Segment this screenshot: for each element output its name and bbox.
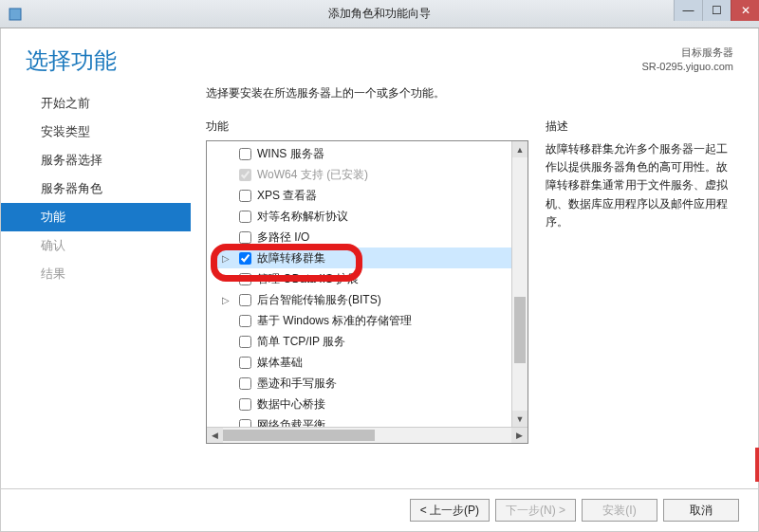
feature-checkbox: [239, 169, 251, 181]
right-edge-marker: [755, 448, 759, 482]
scroll-right-button[interactable]: ▶: [511, 428, 528, 443]
hscroll-track[interactable]: [223, 428, 511, 443]
feature-checkbox[interactable]: [239, 377, 251, 390]
next-button[interactable]: 下一步(N) >: [495, 499, 576, 522]
feature-label: 多路径 I/O: [257, 229, 309, 246]
main-panel: 选择要安装在所选服务器上的一个或多个功能。 功能 WINS 服务器WoW64 支…: [191, 85, 733, 488]
svg-rect-0: [9, 9, 21, 20]
feature-item[interactable]: 基于 Windows 标准的存储管理: [216, 310, 528, 331]
sidebar-item-0[interactable]: 开始之前: [1, 89, 191, 118]
feature-checkbox[interactable]: [239, 190, 251, 202]
page-title: 选择功能: [26, 46, 117, 76]
sidebar: 开始之前安装类型服务器选择服务器角色功能确认结果: [1, 85, 191, 488]
feature-checkbox[interactable]: [239, 398, 251, 411]
feature-item[interactable]: WINS 服务器: [216, 143, 528, 164]
feature-item[interactable]: ▷故障转移群集: [216, 248, 528, 268]
feature-checkbox[interactable]: [239, 419, 251, 428]
feature-checkbox[interactable]: [239, 211, 251, 223]
feature-checkbox[interactable]: [239, 357, 251, 369]
feature-label: 对等名称解析协议: [257, 209, 348, 225]
server-name: SR-0295.yiguo.com: [641, 60, 733, 74]
footer-row: < 上一步(P) 下一步(N) > 安装(I) 取消: [1, 488, 758, 531]
feature-label: WoW64 支持 (已安装): [257, 167, 368, 183]
features-list: WINS 服务器WoW64 支持 (已安装)XPS 查看器对等名称解析协议多路径…: [207, 141, 528, 427]
wizard-content: 选择功能 目标服务器 SR-0295.yiguo.com 开始之前安装类型服务器…: [0, 28, 759, 532]
feature-label: WINS 服务器: [257, 146, 324, 162]
features-column: 功能 WINS 服务器WoW64 支持 (已安装)XPS 查看器对等名称解析协议…: [206, 119, 528, 488]
feature-item[interactable]: 管理 OData IIS 扩展: [216, 268, 528, 289]
close-button[interactable]: ✕: [731, 0, 759, 21]
feature-item[interactable]: 墨迹和手写服务: [216, 373, 528, 394]
feature-label: 墨迹和手写服务: [257, 376, 337, 392]
expand-icon[interactable]: ▷: [222, 295, 233, 305]
instruction-text: 选择要安装在所选服务器上的一个或多个功能。: [206, 85, 733, 101]
body-row: 开始之前安装类型服务器选择服务器角色功能确认结果 选择要安装在所选服务器上的一个…: [1, 85, 758, 488]
feature-label: 后台智能传输服务(BITS): [257, 292, 381, 308]
window-controls: — ☐ ✕: [674, 0, 759, 21]
feature-label: 管理 OData IIS 扩展: [257, 271, 359, 287]
description-label: 描述: [546, 119, 733, 135]
titlebar: 添加角色和功能向导 — ☐ ✕: [0, 0, 759, 28]
feature-item[interactable]: XPS 查看器: [216, 185, 528, 206]
feature-label: XPS 查看器: [257, 188, 317, 204]
columns: 功能 WINS 服务器WoW64 支持 (已安装)XPS 查看器对等名称解析协议…: [206, 119, 733, 488]
server-info: 目标服务器 SR-0295.yiguo.com: [641, 46, 733, 75]
app-icon: [8, 7, 23, 22]
feature-label: 基于 Windows 标准的存储管理: [257, 313, 412, 329]
feature-checkbox[interactable]: [239, 336, 251, 348]
sidebar-item-4[interactable]: 功能: [1, 203, 191, 231]
feature-item[interactable]: 媒体基础: [216, 352, 528, 373]
feature-label: 网络负载平衡: [257, 417, 325, 428]
minimize-button[interactable]: —: [674, 0, 702, 21]
window-title: 添加角色和功能向导: [328, 6, 431, 22]
vertical-scrollbar[interactable]: ▲ ▼: [511, 141, 528, 427]
description-column: 描述 故障转移群集允许多个服务器一起工作以提供服务器角色的高可用性。故障转移群集…: [546, 119, 733, 488]
scroll-left-button[interactable]: ◀: [207, 428, 223, 443]
feature-item[interactable]: WoW64 支持 (已安装): [216, 164, 528, 185]
feature-checkbox[interactable]: [239, 252, 251, 265]
sidebar-item-5: 确认: [1, 231, 191, 260]
vscroll-thumb[interactable]: [514, 297, 526, 363]
feature-item[interactable]: 数据中心桥接: [216, 394, 528, 414]
install-button[interactable]: 安装(I): [582, 499, 657, 522]
feature-checkbox[interactable]: [239, 148, 251, 160]
previous-button[interactable]: < 上一步(P): [410, 499, 490, 522]
feature-item[interactable]: 对等名称解析协议: [216, 206, 528, 227]
header-row: 选择功能 目标服务器 SR-0295.yiguo.com: [1, 28, 758, 85]
feature-item[interactable]: 多路径 I/O: [216, 227, 528, 248]
feature-label: 媒体基础: [257, 355, 303, 371]
feature-item[interactable]: ▷后台智能传输服务(BITS): [216, 289, 528, 310]
feature-checkbox[interactable]: [239, 273, 251, 285]
sidebar-item-2[interactable]: 服务器选择: [1, 146, 191, 174]
feature-item[interactable]: 简单 TCP/IP 服务: [216, 331, 528, 352]
feature-label: 简单 TCP/IP 服务: [257, 334, 345, 350]
scroll-down-button[interactable]: ▼: [512, 411, 528, 427]
cancel-button[interactable]: 取消: [663, 499, 739, 522]
scroll-up-button[interactable]: ▲: [512, 141, 528, 157]
expand-icon[interactable]: ▷: [222, 253, 233, 264]
vscroll-track[interactable]: [512, 157, 528, 411]
feature-checkbox[interactable]: [239, 315, 251, 327]
features-scroll-area: WINS 服务器WoW64 支持 (已安装)XPS 查看器对等名称解析协议多路径…: [207, 141, 528, 427]
feature-label: 故障转移群集: [257, 250, 325, 266]
sidebar-item-6: 结果: [1, 260, 191, 288]
feature-item[interactable]: 网络负载平衡: [216, 414, 528, 427]
server-label: 目标服务器: [641, 46, 733, 60]
feature-label: 数据中心桥接: [257, 396, 325, 413]
horizontal-scrollbar[interactable]: ◀ ▶: [207, 427, 528, 443]
hscroll-thumb[interactable]: [223, 430, 375, 441]
feature-checkbox[interactable]: [239, 231, 251, 244]
maximize-button[interactable]: ☐: [702, 0, 731, 21]
features-tree-box: WINS 服务器WoW64 支持 (已安装)XPS 查看器对等名称解析协议多路径…: [206, 140, 528, 444]
sidebar-item-3[interactable]: 服务器角色: [1, 174, 191, 203]
sidebar-item-1[interactable]: 安装类型: [1, 118, 191, 146]
feature-checkbox[interactable]: [239, 294, 251, 306]
description-text: 故障转移群集允许多个服务器一起工作以提供服务器角色的高可用性。故障转移群集通常用…: [546, 140, 733, 231]
features-label: 功能: [206, 119, 528, 135]
